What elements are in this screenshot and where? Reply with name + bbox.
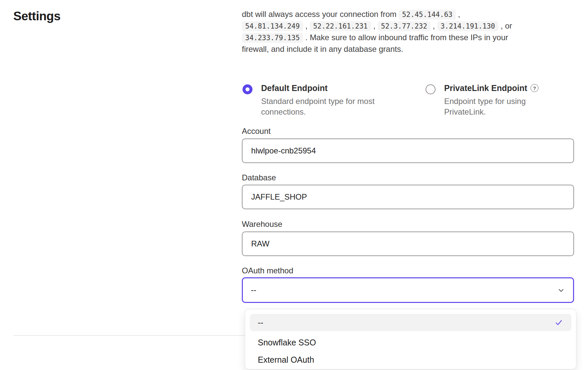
check-icon — [554, 318, 563, 327]
intro-segment: dbt will always access your connection f… — [242, 10, 399, 19]
oauth-method-dropdown: -- Snowflake SSO External OAuth — [245, 309, 576, 369]
intro-segment: , or — [498, 21, 512, 30]
account-input[interactable] — [242, 139, 574, 163]
dropdown-option-label: External OAuth — [258, 355, 314, 365]
dropdown-option-external-oauth[interactable]: External OAuth — [245, 351, 576, 368]
intro-line: 34.233.79.135 . Make sure to allow inbou… — [242, 32, 577, 44]
ip-address-code: 54.81.134.249 — [242, 21, 303, 31]
database-label: Database — [242, 173, 276, 182]
warehouse-input[interactable] — [242, 231, 574, 256]
radio-text: Default Endpoint Standard endpoint type … — [261, 81, 394, 117]
radio-label: PrivateLink Endpoint — [444, 81, 527, 95]
intro-segment: . Make sure to allow inbound traffic fro… — [303, 33, 508, 42]
account-label: Account — [242, 127, 271, 136]
intro-segment: , — [456, 10, 460, 19]
intro-line: firewall, and include it in any database… — [242, 44, 577, 55]
dropdown-option-none[interactable]: -- — [250, 314, 571, 331]
radio-text: PrivateLink Endpoint ? Endpoint type for… — [444, 81, 540, 117]
oauth-method-label: OAuth method — [242, 266, 293, 275]
intro-segment: , — [371, 21, 378, 30]
radio-description: Endpoint type for using PrivateLink. — [444, 96, 540, 117]
warehouse-label: Warehouse — [242, 220, 282, 229]
help-icon[interactable]: ? — [531, 84, 539, 92]
radio-option-privatelink-endpoint[interactable]: PrivateLink Endpoint ? Endpoint type for… — [426, 81, 540, 117]
intro-line: 54.81.134.249 , 52.22.161.231 , 52.3.77.… — [242, 20, 577, 32]
database-input[interactable] — [242, 185, 574, 209]
endpoint-radio-group: Default Endpoint Standard endpoint type … — [242, 81, 577, 117]
intro-text: dbt will always access your connection f… — [242, 9, 577, 55]
radio-description: Standard endpoint type for most connecti… — [261, 96, 394, 117]
intro-segment: , — [431, 21, 437, 30]
intro-segment: , — [303, 21, 310, 30]
ip-address-code: 52.45.144.63 — [399, 10, 456, 20]
radio-unselected-icon[interactable] — [426, 84, 436, 94]
radio-label: Default Endpoint — [261, 81, 328, 95]
dropdown-option-label: -- — [258, 318, 263, 327]
oauth-method-select[interactable]: -- — [242, 277, 574, 303]
oauth-method-value: -- — [251, 285, 256, 295]
ip-address-code: 52.3.77.232 — [378, 21, 431, 31]
dropdown-option-snowflake-sso[interactable]: Snowflake SSO — [245, 334, 576, 351]
intro-line: dbt will always access your connection f… — [242, 9, 577, 20]
dropdown-option-label: Snowflake SSO — [258, 338, 316, 347]
ip-address-code: 3.214.191.130 — [437, 21, 498, 31]
radio-selected-icon[interactable] — [243, 84, 252, 94]
page-title: Settings — [13, 9, 60, 23]
chevron-down-icon — [557, 286, 565, 294]
radio-option-default-endpoint[interactable]: Default Endpoint Standard endpoint type … — [243, 81, 394, 117]
ip-address-code: 34.233.79.135 — [242, 33, 303, 43]
ip-address-code: 52.22.161.231 — [310, 21, 371, 31]
intro-segment: firewall, and include it in any database… — [242, 45, 403, 53]
